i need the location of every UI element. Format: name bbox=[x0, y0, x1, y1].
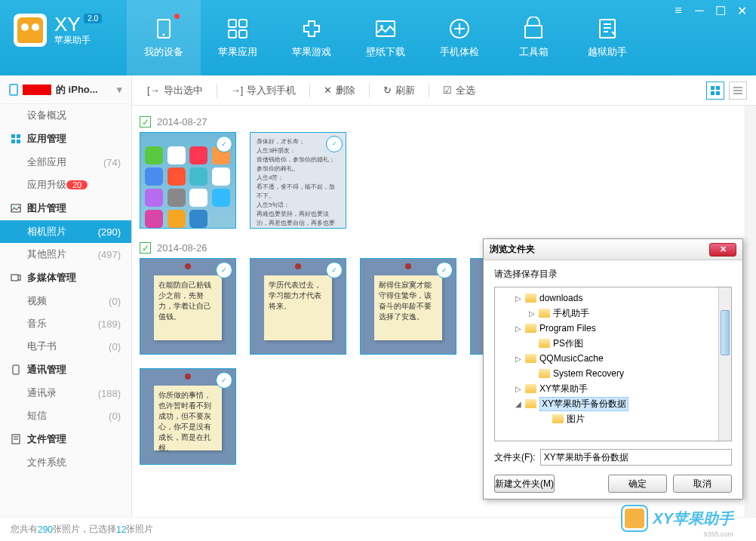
tree-node[interactable]: ▷QQMusicCache bbox=[496, 351, 730, 366]
nav-tab-2[interactable]: 苹果游戏 bbox=[275, 0, 349, 75]
expand-icon[interactable]: ▷ bbox=[515, 385, 522, 393]
export-button[interactable]: [→导出选中 bbox=[141, 81, 209, 100]
svg-rect-21 bbox=[711, 86, 715, 90]
sidebar-item[interactable]: 全部应用(74) bbox=[0, 151, 131, 174]
dialog-title: 浏览文件夹 bbox=[490, 243, 535, 256]
photo-thumbnail[interactable]: 身体好，才长寿； 人生3种朋友： 肯借钱给你，参加你的婚礼；参加你的葬礼。 人生… bbox=[250, 132, 346, 229]
sidebar-section[interactable]: 应用管理 bbox=[0, 127, 131, 151]
dialog-close-button[interactable]: ✕ bbox=[709, 243, 736, 257]
tree-node[interactable]: ▷Program Files bbox=[496, 321, 730, 336]
import-button[interactable]: →]导入到手机 bbox=[225, 81, 303, 100]
expand-icon[interactable]: ◢ bbox=[515, 400, 522, 408]
nav-label: 越狱助手 bbox=[588, 45, 627, 59]
content-toolbar: [→导出选中 →]导入到手机 ✕删除 ↻刷新 ☑全选 bbox=[132, 75, 756, 106]
tree-node[interactable]: ▷downloads bbox=[496, 290, 730, 306]
device-row[interactable]: 的 iPho... ▾ bbox=[0, 75, 131, 104]
folder-icon bbox=[539, 339, 550, 348]
section-icon bbox=[11, 434, 21, 444]
svg-rect-9 bbox=[525, 26, 542, 38]
thumb-check-icon[interactable]: ✓ bbox=[216, 136, 232, 152]
date-checkbox[interactable] bbox=[140, 116, 151, 128]
device-redacted bbox=[23, 85, 51, 95]
sidebar-item[interactable]: 相机照片(290) bbox=[0, 220, 131, 243]
expand-icon[interactable]: ▷ bbox=[515, 355, 522, 363]
tree-node[interactable]: ▷手机助手 bbox=[496, 306, 730, 321]
tree-node[interactable]: ▷XY苹果助手 bbox=[496, 381, 730, 396]
settings-icon[interactable]: ≡ bbox=[668, 3, 688, 18]
sidebar-section[interactable]: 图片管理 bbox=[0, 196, 131, 220]
nav-tab-3[interactable]: 壁纸下载 bbox=[349, 0, 423, 75]
minimize-icon[interactable]: ─ bbox=[690, 3, 709, 18]
svg-rect-25 bbox=[733, 87, 742, 88]
sidebar-section[interactable]: 文件管理 bbox=[0, 427, 131, 451]
nav-tab-5[interactable]: 工具箱 bbox=[496, 0, 570, 75]
thumb-check-icon[interactable]: ✓ bbox=[326, 136, 343, 152]
thumb-check-icon[interactable]: ✓ bbox=[326, 262, 343, 278]
folder-field-label: 文件夹(F): bbox=[494, 451, 536, 464]
tree-node[interactable]: ◢XY苹果助手备份数据 bbox=[496, 396, 730, 411]
sidebar-item[interactable]: 音乐(189) bbox=[0, 312, 131, 335]
sidebar-item[interactable]: 通讯录(188) bbox=[0, 382, 131, 404]
date-checkbox[interactable] bbox=[140, 242, 151, 254]
nav-label: 工具箱 bbox=[519, 45, 549, 59]
folder-name-input[interactable] bbox=[540, 449, 732, 466]
folder-tree[interactable]: ▷downloads▷手机助手▷Program FilesPS作图▷QQMusi… bbox=[494, 287, 732, 441]
sidebar-item[interactable]: 其他照片(497) bbox=[0, 243, 131, 266]
sidebar-item[interactable]: 视频(0) bbox=[0, 290, 131, 312]
nav-tab-4[interactable]: 手机体检 bbox=[423, 0, 496, 75]
list-view-button[interactable] bbox=[729, 81, 747, 100]
svg-rect-5 bbox=[239, 30, 247, 38]
photo-thumbnail[interactable]: 耐得住寂寞才能守得住繁华，该奋斗的年龄不要选择了安逸。✓ bbox=[360, 258, 456, 355]
photo-thumbnail[interactable]: 学历代表过去，学习能力才代表将来。✓ bbox=[250, 258, 346, 355]
svg-rect-2 bbox=[229, 20, 236, 27]
folder-icon bbox=[539, 309, 550, 318]
nav-tab-1[interactable]: 苹果应用 bbox=[201, 0, 275, 75]
sidebar-overview[interactable]: 设备概况 bbox=[0, 104, 131, 127]
sidebar-section[interactable]: 通讯管理 bbox=[0, 358, 131, 382]
sidebar-item[interactable]: 应用升级20 bbox=[0, 174, 131, 196]
nav-tab-0[interactable]: 我的设备 bbox=[127, 0, 201, 75]
svg-rect-19 bbox=[13, 365, 19, 374]
tree-node[interactable]: 图片 bbox=[496, 411, 730, 426]
photo-thumbnail[interactable]: ✓ bbox=[140, 132, 236, 229]
expand-icon[interactable]: ▷ bbox=[515, 294, 522, 303]
tree-scrollbar[interactable] bbox=[718, 287, 731, 441]
folder-icon bbox=[525, 384, 536, 393]
refresh-icon: ↻ bbox=[383, 85, 392, 96]
sidebar: 的 iPho... ▾ 设备概况 应用管理全部应用(74)应用升级20图片管理相… bbox=[0, 75, 132, 517]
new-folder-button[interactable]: 新建文件夹(M) bbox=[494, 475, 555, 493]
date-header[interactable]: 2014-08-27 bbox=[140, 116, 737, 128]
photo-thumbnail[interactable]: 你所做的事情，也许暂时看不到成功，但不要灰心，你不是没有成长，而是在扎根。✓ bbox=[140, 368, 236, 465]
cancel-button[interactable]: 取消 bbox=[673, 475, 732, 493]
folder-icon bbox=[525, 354, 536, 363]
select-all-button[interactable]: ☑全选 bbox=[437, 81, 481, 100]
thumb-check-icon[interactable]: ✓ bbox=[436, 262, 453, 278]
notification-dot bbox=[174, 14, 180, 19]
expand-icon[interactable]: ▷ bbox=[515, 324, 522, 333]
delete-button[interactable]: ✕删除 bbox=[318, 81, 361, 100]
refresh-button[interactable]: ↻刷新 bbox=[377, 81, 421, 100]
tree-node[interactable]: PS作图 bbox=[496, 336, 730, 351]
grid-view-button[interactable] bbox=[706, 81, 724, 100]
close-icon[interactable]: ✕ bbox=[732, 3, 751, 18]
maximize-icon[interactable]: ☐ bbox=[711, 3, 730, 18]
svg-rect-23 bbox=[711, 91, 715, 95]
sidebar-item[interactable]: 短信(0) bbox=[0, 404, 131, 427]
photo-thumbnail[interactable]: 在能防自己赔钱少之前，先努力，学着让自己值钱。✓ bbox=[140, 258, 236, 355]
svg-rect-14 bbox=[11, 140, 15, 143]
nav-label: 苹果应用 bbox=[218, 45, 257, 59]
scrollbar[interactable] bbox=[745, 106, 756, 517]
thumb-check-icon[interactable]: ✓ bbox=[216, 372, 232, 389]
sidebar-item[interactable]: 文件系统 bbox=[0, 451, 131, 474]
sidebar-item[interactable]: 电子书(0) bbox=[0, 335, 131, 358]
thumb-check-icon[interactable]: ✓ bbox=[216, 262, 232, 278]
svg-rect-4 bbox=[229, 30, 236, 38]
nav-tab-6[interactable]: 越狱助手 bbox=[570, 0, 644, 75]
sidebar-section[interactable]: 多媒体管理 bbox=[0, 266, 131, 290]
logo-area: XY 2.0 苹果助手 bbox=[0, 0, 115, 60]
app-header: XY 2.0 苹果助手 我的设备苹果应用苹果游戏壁纸下载手机体检工具箱越狱助手 … bbox=[0, 0, 756, 75]
expand-icon[interactable]: ▷ bbox=[528, 309, 536, 318]
svg-point-7 bbox=[380, 25, 383, 28]
ok-button[interactable]: 确定 bbox=[608, 475, 667, 493]
tree-node[interactable]: System Recovery bbox=[496, 366, 730, 381]
